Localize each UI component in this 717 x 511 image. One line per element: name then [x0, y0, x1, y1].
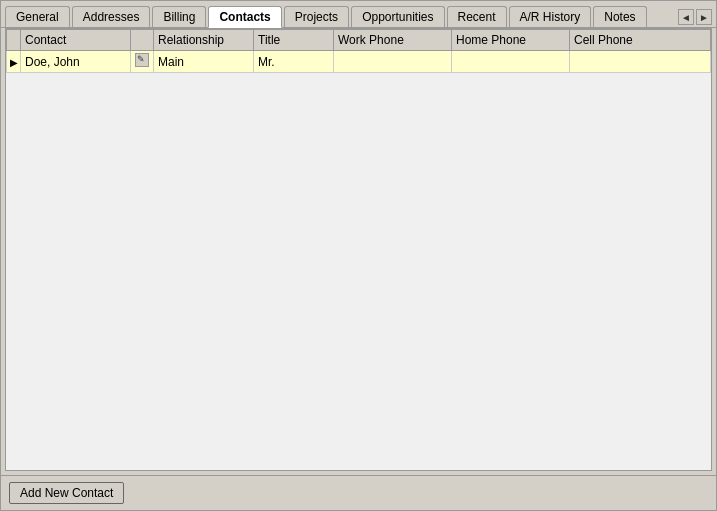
row-arrow: ▶: [7, 51, 21, 73]
row-contact[interactable]: Doe, John: [21, 51, 131, 73]
col-header-relationship: Relationship: [154, 30, 254, 51]
edit-icon[interactable]: [135, 53, 149, 67]
tab-nav-forward[interactable]: ►: [696, 9, 712, 25]
add-new-contact-button[interactable]: Add New Contact: [9, 482, 124, 504]
tab-general[interactable]: General: [5, 6, 70, 27]
tab-contacts[interactable]: Contacts: [208, 6, 281, 28]
tab-projects[interactable]: Projects: [284, 6, 349, 27]
row-edit-icon-cell[interactable]: [131, 51, 154, 73]
tab-ar-history[interactable]: A/R History: [509, 6, 592, 27]
contacts-table: Contact Relationship Title Work Phone Ho…: [6, 29, 711, 73]
tab-opportunities[interactable]: Opportunities: [351, 6, 444, 27]
tab-nav-back[interactable]: ◄: [678, 9, 694, 25]
table-container: Contact Relationship Title Work Phone Ho…: [6, 29, 711, 250]
col-header-homephone: Home Phone: [452, 30, 570, 51]
col-header-title: Title: [254, 30, 334, 51]
empty-area: [6, 250, 711, 471]
row-workphone[interactable]: [334, 51, 452, 73]
col-header-icon: [131, 30, 154, 51]
footer: Add New Contact: [1, 475, 716, 510]
col-header-workphone: Work Phone: [334, 30, 452, 51]
tab-bar: General Addresses Billing Contacts Proje…: [1, 1, 716, 28]
row-title[interactable]: Mr.: [254, 51, 334, 73]
col-header-arrow: [7, 30, 21, 51]
tab-nav-buttons: ◄ ►: [678, 9, 712, 27]
tab-addresses[interactable]: Addresses: [72, 6, 151, 27]
tab-recent[interactable]: Recent: [447, 6, 507, 27]
main-window: General Addresses Billing Contacts Proje…: [0, 0, 717, 511]
table-row[interactable]: ▶ Doe, John Main Mr.: [7, 51, 711, 73]
content-area: Contact Relationship Title Work Phone Ho…: [5, 28, 712, 471]
col-header-contact: Contact: [21, 30, 131, 51]
row-homephone[interactable]: [452, 51, 570, 73]
row-relationship[interactable]: Main: [154, 51, 254, 73]
row-cellphone[interactable]: [570, 51, 711, 73]
col-header-cellphone: Cell Phone: [570, 30, 711, 51]
tab-billing[interactable]: Billing: [152, 6, 206, 27]
tab-notes[interactable]: Notes: [593, 6, 646, 27]
